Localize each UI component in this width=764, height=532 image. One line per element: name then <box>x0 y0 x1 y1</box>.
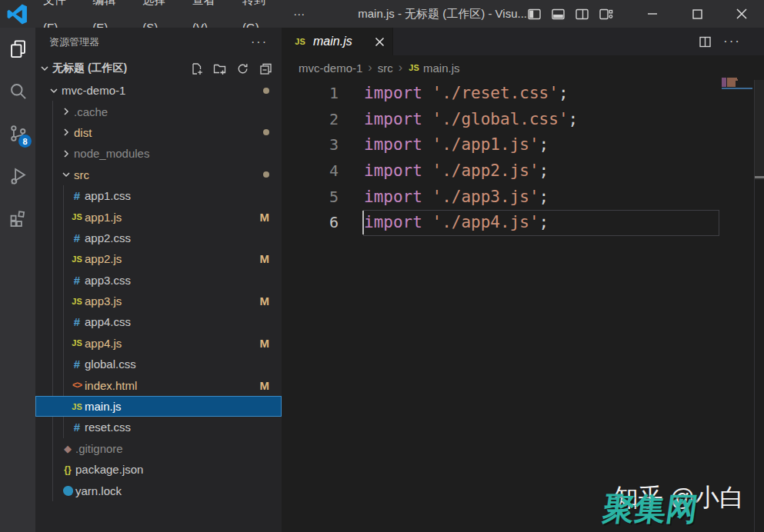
git-file-icon: ◆ <box>60 443 75 454</box>
watermark-site: 聚集网 <box>600 488 701 530</box>
line-number: 3 <box>282 135 339 154</box>
breadcrumb-file[interactable]: main.js <box>423 62 460 75</box>
css-file-icon: # <box>69 274 85 287</box>
tree-item-cache[interactable]: .cache <box>35 101 282 121</box>
activity-search[interactable] <box>0 70 35 112</box>
activity-run-debug[interactable] <box>0 155 35 197</box>
tree-item-main-js[interactable]: JSmain.js <box>35 396 282 417</box>
tree-item-label: .cache <box>74 105 108 118</box>
editor-group: JS main.js ··· mvc-demo-1 › src › JS mai… <box>282 28 764 532</box>
tree-item-label: app2.css <box>85 231 131 244</box>
css-file-icon: # <box>69 231 85 244</box>
tree-item-dist[interactable]: dist <box>35 122 282 143</box>
tree-item-index-html[interactable]: <>index.htmlM <box>35 374 282 395</box>
tree-item-app4-js[interactable]: JSapp4.jsM <box>35 333 282 354</box>
git-modified-badge: M <box>260 294 282 308</box>
toggle-secondary-sidebar-icon[interactable] <box>575 7 589 22</box>
js-file-icon: JS <box>69 212 85 221</box>
window-controls <box>630 0 764 28</box>
activity-extensions[interactable] <box>0 197 35 239</box>
activity-source-control[interactable]: 8 <box>0 112 35 155</box>
chevron-right-icon[interactable] <box>60 148 72 160</box>
breadcrumb: mvc-demo-1 › src › JS main.js <box>282 55 764 80</box>
explorer-title: 资源管理器 <box>49 35 99 49</box>
tree-item-src[interactable]: src <box>35 165 282 185</box>
breadcrumb-src[interactable]: src <box>378 62 393 75</box>
split-editor-icon[interactable] <box>699 35 712 48</box>
tree-item-label: yarn.lock <box>75 484 122 497</box>
tree-item-app1-css[interactable]: #app1.css <box>35 185 282 206</box>
tree-item-label: global.css <box>85 357 136 371</box>
tree-item-app2-js[interactable]: JSapp2.jsM <box>35 248 282 269</box>
code-line-3[interactable]: 3import './app1.js'; <box>282 131 764 158</box>
breadcrumb-separator-icon: › <box>399 61 402 75</box>
git-modified-badge: M <box>260 337 282 350</box>
tree-item-mvc-demo-1[interactable]: mvc-demo-1 <box>35 80 282 101</box>
tree-item-app3-css[interactable]: #app3.css <box>35 270 282 291</box>
minimap[interactable] <box>722 78 752 87</box>
tree-item-label: node_modules <box>74 147 149 160</box>
tree-item-reset-css[interactable]: #reset.css <box>35 417 282 437</box>
workspace-section-header[interactable]: 无标题 (工作区) <box>35 57 282 80</box>
collapse-all-icon[interactable] <box>259 62 272 75</box>
tab-label: main.js <box>313 35 352 48</box>
breadcrumb-separator-icon: › <box>368 61 372 75</box>
customize-layout-icon[interactable] <box>599 7 613 22</box>
tree-item-package-json[interactable]: {}package.json <box>35 459 282 480</box>
chevron-right-icon[interactable] <box>60 126 72 138</box>
tab-main-js[interactable]: JS main.js <box>282 28 393 55</box>
maximize-button[interactable] <box>675 0 719 28</box>
code-line-5[interactable]: 5import './app3.js'; <box>282 184 764 210</box>
tree-item-app1-js[interactable]: JSapp1.jsM <box>35 206 282 227</box>
chevron-down-icon[interactable] <box>60 168 72 181</box>
code-text: import './reset.css'; <box>364 84 569 102</box>
tree-item-label: app4.css <box>85 315 131 328</box>
line-number: 6 <box>282 213 339 231</box>
toggle-sidebar-icon[interactable] <box>527 7 542 22</box>
tree-item-gitignore[interactable]: ◆.gitignore <box>35 438 282 459</box>
tree-item-label: app1.js <box>85 211 122 224</box>
overview-ruler-cursor-mark <box>755 176 764 178</box>
chevron-down-icon[interactable] <box>48 85 60 97</box>
editor-actions: ··· <box>699 34 764 49</box>
line-number: 2 <box>282 110 339 128</box>
close-button[interactable] <box>719 0 764 28</box>
tree-item-yarn-lock[interactable]: yarn.lock <box>35 480 282 500</box>
tree-item-node-modules[interactable]: node_modules <box>35 143 282 164</box>
tree-item-global-css[interactable]: #global.css <box>35 354 282 374</box>
toggle-panel-icon[interactable] <box>551 7 565 22</box>
code-line-4[interactable]: 4import './app2.js'; <box>282 158 764 184</box>
run-debug-icon <box>8 165 28 186</box>
css-file-icon: # <box>69 357 85 371</box>
tab-close-icon[interactable] <box>375 37 385 47</box>
explorer-more-actions-icon[interactable]: ··· <box>251 38 268 46</box>
activity-explorer[interactable] <box>0 28 35 70</box>
code-line-6[interactable]: 6import './app4.js'; <box>282 209 764 235</box>
chevron-right-icon[interactable] <box>60 105 72 118</box>
json-file-icon: {} <box>60 464 75 475</box>
breadcrumb-folder[interactable]: mvc-demo-1 <box>299 62 362 75</box>
tree-item-label: app2.js <box>85 252 122 265</box>
explorer-actions <box>190 62 272 75</box>
code-text: import './app4.js'; <box>364 213 549 231</box>
code-line-1[interactable]: 1import './reset.css'; <box>282 80 764 106</box>
files-icon <box>8 38 28 59</box>
tree-item-app3-js[interactable]: JSapp3.jsM <box>35 291 282 311</box>
git-modified-dot <box>263 88 269 94</box>
code-area[interactable]: 1import './reset.css';2import './global.… <box>282 80 764 532</box>
code-line-2[interactable]: 2import './global.css'; <box>282 106 764 132</box>
menu-more[interactable]: ··· <box>283 0 315 28</box>
tree-item-app4-css[interactable]: #app4.css <box>35 311 282 332</box>
new-folder-icon[interactable] <box>213 62 226 75</box>
tree-item-label: .gitignore <box>75 442 123 455</box>
editor-more-actions-icon[interactable]: ··· <box>723 34 741 49</box>
new-file-icon[interactable] <box>190 62 203 75</box>
line-number: 5 <box>282 188 339 206</box>
css-file-icon: # <box>69 189 85 202</box>
tree-item-app2-css[interactable]: #app2.css <box>35 228 282 248</box>
scrollbar-slider[interactable] <box>755 80 764 180</box>
minimize-button[interactable] <box>630 0 675 28</box>
tree-item-label: main.js <box>85 400 122 413</box>
js-file-icon: JS <box>69 297 85 306</box>
refresh-icon[interactable] <box>236 62 249 75</box>
